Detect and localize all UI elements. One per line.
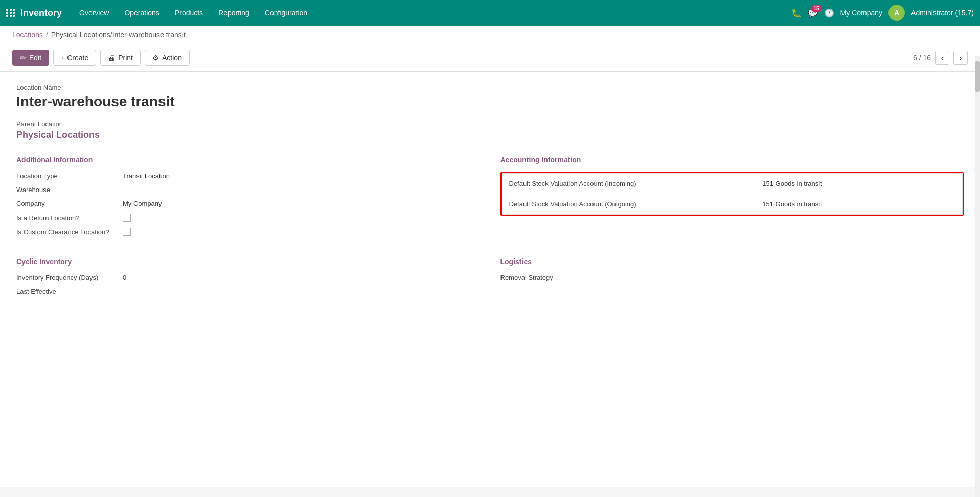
label-return-location: Is a Return Location? [16, 214, 119, 222]
accounting-row-1: Default Stock Valuation Account (Outgoin… [502, 194, 963, 215]
accounting-row-0: Default Stock Valuation Account (Incomin… [502, 174, 963, 194]
cyclic-title: Cyclic Inventory [16, 257, 480, 266]
avatar[interactable]: A [888, 5, 905, 21]
checkbox-return-location[interactable] [123, 214, 131, 222]
field-return-location: Is a Return Location? [16, 214, 480, 222]
toolbar: ✏ Edit + Create 🖨 Print ⚙ Action 6 / 16 … [0, 44, 980, 72]
main-scroll[interactable]: Location Name Inter-warehouse transit Pa… [0, 72, 980, 497]
brand-area[interactable]: Inventory [6, 8, 62, 18]
field-removal-strategy: Removal Strategy [500, 274, 964, 281]
label-warehouse: Warehouse [16, 186, 119, 194]
field-inventory-frequency: Inventory Frequency (Days) 0 [16, 274, 480, 281]
field-warehouse: Warehouse [16, 186, 480, 194]
navbar-menu: Overview Operations Products Reporting C… [72, 6, 789, 20]
value-company: My Company [123, 200, 480, 207]
top-navbar: Inventory Overview Operations Products R… [0, 0, 980, 26]
parent-location-label: Parent Location [16, 120, 964, 128]
nav-operations[interactable]: Operations [117, 6, 166, 20]
parent-location-value: Physical Locations [16, 130, 964, 140]
main-content: Location Name Inter-warehouse transit Pa… [0, 72, 980, 487]
label-removal-strategy: Removal Strategy [500, 274, 603, 281]
field-last-effective: Last Effective [16, 288, 480, 295]
edit-icon: ✏ [20, 54, 26, 62]
field-location-type: Location Type Transit Location [16, 172, 480, 180]
breadcrumb-current: Physical Locations/Inter-warehouse trans… [51, 31, 186, 39]
acc-label-0: Default Stock Valuation Account (Incomin… [502, 174, 755, 194]
label-last-effective: Last Effective [16, 288, 119, 295]
value-inventory-frequency: 0 [123, 274, 480, 281]
scrollbar-track [975, 56, 980, 497]
breadcrumb-separator: / [46, 31, 48, 39]
breadcrumb: Locations / Physical Locations/Inter-war… [0, 26, 980, 44]
acc-value-1: 151 Goods in transit [755, 194, 963, 215]
bug-icon[interactable]: 🐛 [791, 8, 802, 18]
user-name[interactable]: Administrator (15.7) [911, 9, 974, 17]
additional-info-section: Additional Information Location Type Tra… [16, 156, 480, 242]
brand-name[interactable]: Inventory [20, 8, 62, 18]
location-name-value: Inter-warehouse transit [16, 93, 964, 110]
acc-label-1: Default Stock Valuation Account (Outgoin… [502, 194, 755, 215]
value-location-type: Transit Location [123, 172, 480, 180]
form-columns-bottom: Cyclic Inventory Inventory Frequency (Da… [16, 257, 964, 301]
grid-icon [6, 9, 15, 17]
pagination: 6 / 16 ‹ › [913, 51, 968, 65]
nav-products[interactable]: Products [168, 6, 210, 20]
cyclic-inventory-section: Cyclic Inventory Inventory Frequency (Da… [16, 257, 480, 301]
checkbox-custom-clearance[interactable] [123, 228, 131, 236]
edit-button[interactable]: ✏ Edit [12, 50, 49, 66]
field-custom-clearance: Is Custom Clearance Location? [16, 228, 480, 236]
navbar-right: 🐛 💬 15 🕐 My Company A Administrator (15.… [791, 5, 974, 21]
pagination-label: 6 / 16 [913, 54, 931, 62]
print-icon: 🖨 [108, 54, 115, 62]
accounting-box: Default Stock Valuation Account (Incomin… [500, 172, 964, 216]
action-button[interactable]: ⚙ Action [145, 50, 190, 66]
acc-value-0: 151 Goods in transit [755, 174, 963, 194]
form-columns: Additional Information Location Type Tra… [16, 156, 964, 242]
next-page-button[interactable]: › [953, 51, 968, 65]
nav-reporting[interactable]: Reporting [211, 6, 257, 20]
prev-page-button[interactable]: ‹ [935, 51, 949, 65]
label-inventory-frequency: Inventory Frequency (Days) [16, 274, 119, 281]
create-button[interactable]: + Create [53, 50, 96, 66]
company-name[interactable]: My Company [840, 9, 882, 17]
nav-overview[interactable]: Overview [72, 6, 116, 20]
logistics-title: Logistics [500, 257, 964, 266]
scrollbar-thumb[interactable] [975, 61, 980, 92]
accounting-table: Default Stock Valuation Account (Incomin… [502, 173, 963, 215]
clock-icon[interactable]: 🕐 [824, 8, 834, 18]
location-name-label: Location Name [16, 84, 964, 91]
breadcrumb-parent[interactable]: Locations [12, 31, 43, 39]
label-company: Company [16, 200, 119, 207]
print-button[interactable]: 🖨 Print [100, 50, 141, 66]
additional-info-title: Additional Information [16, 156, 480, 164]
field-company: Company My Company [16, 200, 480, 207]
accounting-info-section: Accounting Information Default Stock Val… [500, 156, 964, 242]
logistics-section: Logistics Removal Strategy [500, 257, 964, 301]
gear-icon: ⚙ [152, 54, 159, 62]
chat-icon[interactable]: 💬 15 [808, 8, 818, 18]
accounting-info-title: Accounting Information [500, 156, 964, 164]
label-custom-clearance: Is Custom Clearance Location? [16, 228, 119, 236]
nav-configuration[interactable]: Configuration [258, 6, 314, 20]
label-location-type: Location Type [16, 172, 119, 180]
chat-badge: 15 [811, 5, 822, 12]
